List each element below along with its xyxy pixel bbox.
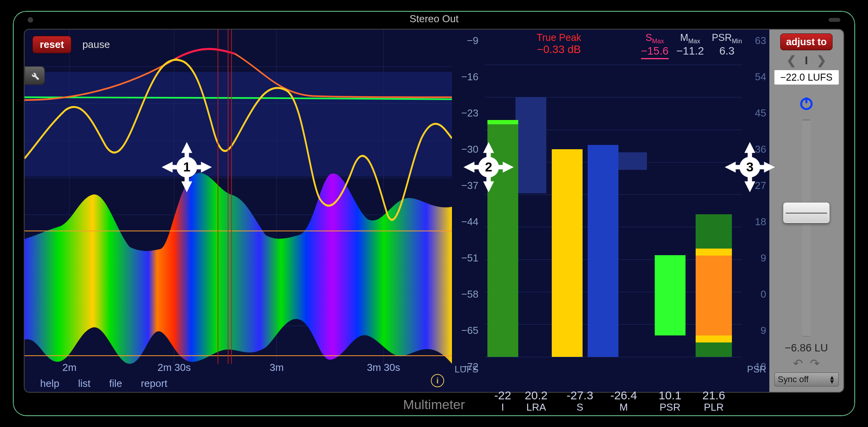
bar-m	[588, 145, 618, 357]
history-graph[interactable]: reset pause 2m 2m 30s 3m 3m 30s help lis…	[25, 30, 452, 392]
svg-marker-35	[744, 142, 755, 153]
true-peak-value: −0.33 dB	[537, 43, 581, 56]
psrmin-value: 6.3	[719, 45, 735, 57]
bar-plr-seg4	[696, 335, 732, 343]
lufs-scale: −9 −16 −23 −30 −37 −44 −51 −58 −65 −72 L…	[452, 30, 481, 392]
lu-readout: −6.86 LU	[785, 342, 828, 354]
preset-index: I	[805, 54, 808, 67]
bars-area	[485, 65, 742, 357]
bar-m-range	[616, 152, 647, 170]
preset-nav: ❮ I ❯	[787, 53, 826, 67]
fader-knob[interactable]	[783, 202, 830, 223]
window-dot-left	[28, 17, 33, 23]
bars-panel[interactable]: True Peak −0.33 dB SMax −15.6 MMax −11.2…	[481, 30, 746, 392]
bar-s	[552, 149, 583, 357]
psr-scale: 63 54 45 36 27 18 9 0 9 18 PSR	[746, 30, 769, 392]
bar-i	[487, 124, 518, 357]
peak-readout: True Peak −0.33 dB SMax −15.6 MMax −11.2…	[485, 32, 742, 59]
scale-tick: 63	[755, 34, 766, 46]
report-link[interactable]: report	[141, 378, 167, 390]
scale-tick: −9	[467, 34, 478, 46]
time-tick: 3m 30s	[367, 362, 400, 374]
preset-prev-button[interactable]: ❮	[787, 53, 796, 67]
power-button[interactable]	[799, 95, 814, 113]
scale-tick: 45	[755, 107, 766, 119]
scale-tick: −65	[461, 324, 478, 336]
scale-tick: 18	[755, 215, 766, 228]
sync-select[interactable]: Sync off ▲▼	[774, 372, 839, 386]
svg-marker-36	[744, 182, 755, 192]
lufs-unit: LUFS	[455, 364, 478, 375]
bar-plr-seg2	[696, 249, 732, 256]
help-link[interactable]: help	[40, 378, 59, 390]
svg-rect-39	[748, 151, 752, 184]
svg-text:3: 3	[746, 160, 754, 175]
bar-i-range	[515, 97, 546, 194]
dropdown-arrows-icon: ▲▼	[829, 375, 835, 384]
power-icon	[799, 95, 814, 111]
scale-tick: −51	[461, 252, 478, 264]
pause-button[interactable]: pause	[82, 39, 110, 51]
bar-plr-seg5	[696, 342, 732, 357]
scale-tick: −37	[461, 179, 478, 191]
psr-unit: PSR	[747, 364, 766, 375]
scale-tick: 27	[755, 179, 766, 191]
window-title: Stereo Out	[409, 13, 459, 25]
smax-value: −15.6	[641, 45, 669, 57]
reset-button[interactable]: reset	[32, 36, 71, 53]
scale-tick: 9	[761, 252, 766, 264]
adjust-panel: adjust to ❮ I ❯ −22.0 LUFS −6.86 LU ↶ ↷	[769, 30, 843, 392]
scale-tick: −23	[461, 107, 478, 119]
plugin-body: reset pause 2m 2m 30s 3m 3m 30s help lis…	[24, 29, 844, 393]
time-tick: 2m 30s	[158, 362, 191, 374]
titlebar: Stereo Out	[13, 11, 855, 26]
scale-tick: 0	[761, 288, 766, 300]
scale-tick: −30	[461, 143, 478, 155]
smax-label: SMax	[645, 32, 664, 45]
info-button[interactable]: i	[431, 374, 444, 387]
gain-fader[interactable]	[802, 120, 811, 337]
scale-tick: 36	[755, 143, 766, 155]
time-tick: 3m	[270, 362, 284, 374]
scale-tick: 54	[755, 71, 766, 83]
window-dot-right	[829, 18, 840, 22]
scale-tick: −16	[461, 71, 478, 83]
redo-button[interactable]: ↷	[810, 356, 820, 370]
graph-svg	[25, 30, 452, 392]
adjust-to-button[interactable]: adjust to	[780, 34, 833, 50]
scale-tick: −58	[461, 288, 478, 300]
settings-button[interactable]	[25, 66, 45, 85]
time-axis: 2m 2m 30s 3m 3m 30s	[25, 362, 452, 376]
plugin-name: Multimeter	[403, 397, 465, 412]
mmax-label: MMax	[680, 32, 700, 45]
bar-i-cap	[487, 120, 518, 124]
true-peak-label: True Peak	[537, 32, 581, 43]
list-link[interactable]: list	[78, 378, 90, 390]
scale-tick: 9	[761, 324, 766, 336]
svg-rect-0	[25, 72, 452, 177]
target-field[interactable]: −22.0 LUFS	[774, 70, 839, 85]
plugin-name-footer: Multimeter	[13, 393, 855, 416]
info-icon: i	[436, 376, 439, 385]
psrmin-label: PSRMin	[712, 32, 742, 45]
file-link[interactable]: file	[109, 378, 122, 390]
plugin-window: Stereo Out	[9, 7, 859, 420]
bottom-links: help list file report	[40, 378, 167, 390]
bar-plr-seg1	[696, 214, 732, 249]
bar-plr-seg3	[696, 256, 732, 335]
time-tick: 2m	[62, 362, 76, 374]
wrench-icon	[29, 70, 40, 81]
mmax-value: −11.2	[677, 45, 704, 57]
sync-label: Sync off	[778, 374, 809, 385]
undo-button[interactable]: ↶	[793, 356, 803, 370]
preset-next-button[interactable]: ❯	[817, 53, 826, 67]
bar-psr	[655, 255, 686, 335]
scale-tick: −44	[461, 215, 478, 228]
